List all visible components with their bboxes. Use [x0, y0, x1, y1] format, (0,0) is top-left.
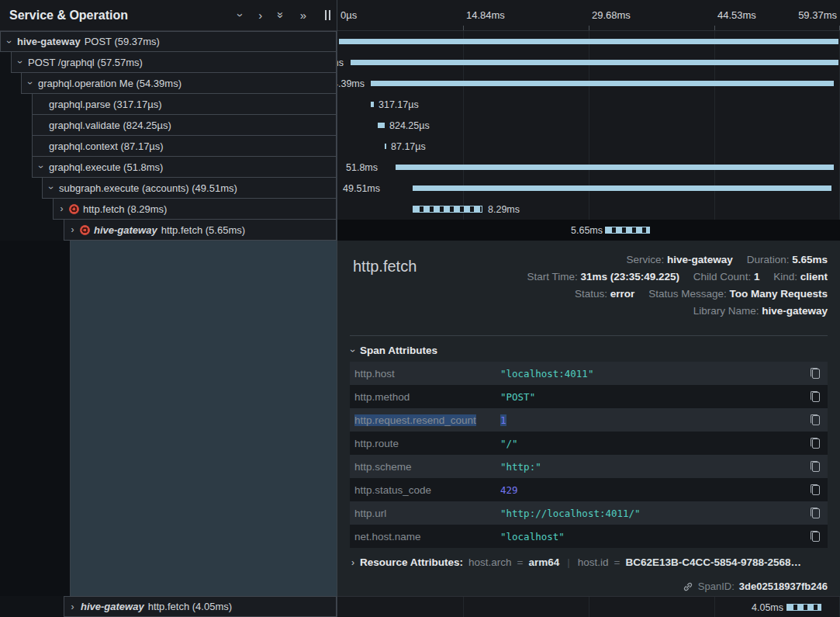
copy-icon[interactable] — [811, 508, 820, 518]
span-label: http.fetch (4.05ms) — [148, 601, 232, 612]
double-chevron-right-icon[interactable]: » — [300, 9, 306, 21]
chevron-right-icon: › — [351, 557, 354, 568]
copy-icon[interactable] — [811, 531, 820, 542]
section-title: Resource Attributes: — [360, 556, 463, 568]
ruler-tick: 59.37ms — [798, 9, 837, 21]
copy-icon[interactable] — [811, 414, 820, 425]
chevron-right-icon[interactable]: › — [57, 204, 66, 213]
page-title: Service & Operation — [9, 9, 128, 23]
timeline-row[interactable]: 824.25µs — [337, 115, 840, 136]
timeline-row[interactable]: 317.17µs — [337, 94, 840, 115]
timeline-rows: 57.57ms 54.39ms 317.17µs 824.25µs 87.17µ… — [337, 31, 840, 241]
tree-row[interactable]: › hive-gateway http.fetch (4.05ms) — [0, 596, 337, 617]
link-icon[interactable] — [683, 581, 693, 592]
span-label: http.fetch (5.65ms) — [161, 224, 245, 236]
tree-row[interactable]: › POST /graphql (57.57ms) — [0, 52, 337, 73]
attr-key: http.status_code — [354, 484, 500, 496]
timeline-bar[interactable] — [605, 227, 650, 234]
chevron-down-icon[interactable]: › — [47, 184, 56, 192]
attr-row[interactable]: http.method "POST" — [350, 385, 828, 408]
timeline-bar[interactable] — [413, 206, 482, 213]
attr-value: "localhost:4011" — [500, 368, 801, 380]
copy-icon[interactable] — [811, 438, 820, 449]
chevron-down-icon[interactable]: › — [36, 163, 46, 172]
timeline-row-selected[interactable]: 5.65ms — [337, 220, 840, 241]
duration-label: 57.57ms — [337, 57, 344, 68]
attr-row[interactable]: http.route "/" — [350, 432, 828, 455]
chevron-down-icon[interactable]: › — [235, 13, 247, 17]
tree-row[interactable]: › graphql.execute (51.8ms) — [0, 157, 337, 178]
resize-handle-icon[interactable] — [325, 10, 330, 20]
tree-empty-area — [0, 241, 337, 596]
span-label: graphql.execute (51.8ms) — [49, 161, 163, 173]
timeline-bar[interactable] — [396, 165, 834, 170]
tree-row[interactable]: › subgraph.execute (accounts) (49.51ms) — [0, 178, 337, 199]
timeline-row[interactable]: 51.8ms — [337, 157, 840, 178]
service-name: hive-gateway — [94, 224, 157, 236]
span-label: http.fetch (8.29ms) — [83, 203, 167, 215]
chevron-down-icon[interactable]: › — [16, 58, 25, 67]
tree-row[interactable]: › hive-gateway POST (59.37ms) — [0, 31, 337, 52]
timeline-row[interactable]: 49.51ms — [337, 178, 840, 199]
span-label: graphql.operation Me (54.39ms) — [38, 78, 181, 89]
span-detail-panel: http.fetch Service: hive-gateway Duratio… — [337, 241, 840, 596]
copy-icon[interactable] — [811, 461, 820, 472]
span-id-value[interactable]: 3de02518937fb246 — [739, 581, 828, 592]
attr-row[interactable]: http.status_code 429 — [350, 478, 828, 501]
timeline-row[interactable]: 57.57ms — [337, 52, 840, 73]
timeline-bar[interactable] — [786, 604, 821, 611]
divider — [350, 335, 828, 336]
tree-row[interactable]: › graphql.operation Me (54.39ms) — [0, 73, 337, 94]
tree-row[interactable]: › http.fetch (8.29ms) — [0, 199, 337, 220]
tree-row-selected[interactable]: › hive-gateway http.fetch (5.65ms) — [0, 220, 337, 241]
chevron-down-icon[interactable]: › — [26, 79, 35, 88]
resource-value: arm64 — [528, 556, 559, 568]
timeline-bar[interactable] — [378, 123, 385, 128]
meta-value: client — [800, 271, 828, 283]
attr-row[interactable]: http.host "localhost:4011" — [350, 362, 828, 385]
timeline-bar[interactable] — [339, 39, 838, 44]
resource-attributes-toggle[interactable]: › Resource Attributes: host.arch = arm64… — [351, 556, 828, 568]
copy-icon[interactable] — [811, 484, 820, 495]
timeline-row[interactable] — [337, 31, 840, 52]
timeline-bar[interactable] — [371, 102, 374, 107]
attr-value: "localhost" — [500, 531, 801, 542]
timeline-row[interactable]: 54.39ms — [337, 73, 840, 94]
tree-header: Service & Operation › › » » — [0, 0, 337, 31]
chevron-right-icon[interactable]: › — [68, 602, 77, 612]
panel-divider[interactable] — [337, 0, 337, 617]
copy-icon[interactable] — [811, 391, 820, 402]
copy-icon[interactable] — [811, 368, 820, 379]
timeline-ruler: 0µs 14.84ms 29.68ms 44.53ms 59.37ms — [337, 0, 840, 31]
timeline-bar[interactable] — [385, 144, 386, 149]
timeline-row[interactable]: 87.17µs — [337, 136, 840, 157]
span-meta: Service: hive-gateway Duration: 5.65ms S… — [527, 251, 828, 320]
attr-row[interactable]: http.url "http://localhost:4011/" — [350, 501, 828, 525]
chevron-right-icon[interactable]: › — [68, 225, 77, 234]
timeline-row[interactable]: 8.29ms — [337, 199, 840, 220]
timeline-bar[interactable] — [351, 60, 838, 65]
meta-value: 31ms (23:35:49.225) — [580, 271, 679, 283]
attr-row-selected[interactable]: http.request.resend_count 1 — [350, 408, 828, 432]
chevron-right-icon[interactable]: › — [258, 9, 262, 21]
chevron-down-icon[interactable]: › — [5, 37, 14, 46]
error-icon — [69, 204, 79, 214]
span-label: subgraph.execute (accounts) (49.51ms) — [59, 182, 237, 194]
timeline-bar[interactable] — [413, 185, 831, 191]
attr-value: "/" — [500, 438, 801, 449]
span-attributes-toggle[interactable]: › Span Attributes — [351, 345, 437, 356]
span-tree: › hive-gateway POST (59.37ms) › POST /gr… — [0, 31, 337, 241]
double-chevron-down-icon[interactable]: » — [275, 12, 287, 18]
attr-row[interactable]: net.host.name "localhost" — [350, 525, 828, 548]
status-value: error — [610, 288, 635, 300]
resource-key: host.arch — [468, 556, 512, 568]
tree-row[interactable]: graphql.context (87.17µs) — [0, 136, 337, 157]
timeline-bar[interactable] — [371, 81, 834, 86]
ruler-tickmark — [463, 26, 464, 30]
attr-row[interactable]: http.scheme "http:" — [350, 455, 828, 478]
ruler-tick: 44.53ms — [717, 9, 756, 21]
tree-row[interactable]: graphql.parse (317.17µs) — [0, 94, 337, 115]
timeline-row[interactable]: 4.05ms — [337, 596, 840, 617]
meta-label: Start Time: — [527, 271, 577, 283]
tree-row[interactable]: graphql.validate (824.25µs) — [0, 115, 337, 136]
